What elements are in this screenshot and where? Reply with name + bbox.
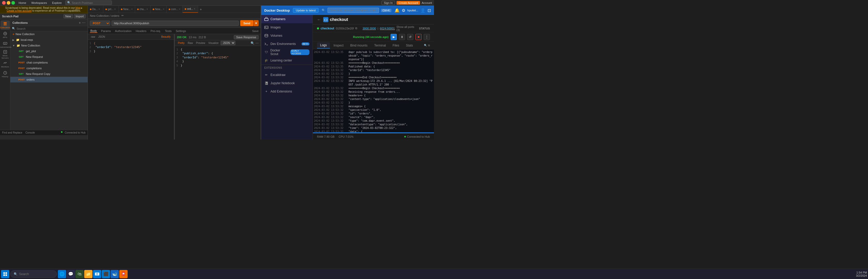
tree-item-orders[interactable]: POST orders — [10, 77, 88, 83]
edit-breadcrumb-icon[interactable]: ✏ — [121, 14, 124, 17]
workspaces-nav[interactable]: Workspaces — [30, 1, 48, 4]
tab-close[interactable]: × — [163, 8, 164, 10]
tab-close[interactable]: × — [98, 8, 100, 10]
tab-cha[interactable]: cha... × — [135, 6, 151, 13]
tree-item-chat-completions[interactable]: POST chat completions — [10, 60, 88, 65]
tree-folder-local-reqs[interactable]: ▶ 📁 local-reqs — [10, 37, 88, 43]
method-select[interactable]: POST GET PUT DELETE — [90, 21, 110, 26]
maximize-button[interactable] — [11, 1, 15, 5]
tab-close[interactable]: × — [131, 8, 133, 10]
new-button[interactable]: New — [64, 14, 73, 18]
params-tab[interactable]: Params — [100, 29, 111, 33]
docker-nav-jupyter[interactable]: 📓 Jupyter Notebook — [261, 79, 313, 87]
docker-nav-docker-scout[interactable]: 🛡 Docker Scout EARLY ACCESS — [261, 48, 313, 56]
new-collection-button[interactable]: + New Collection — [10, 31, 88, 37]
tab-terminal[interactable]: Terminal — [371, 43, 389, 48]
sidebar-item-environments[interactable]: Environments — [1, 40, 10, 49]
more-button[interactable]: ⋮ — [424, 34, 430, 40]
tab-close[interactable]: × — [194, 7, 195, 10]
sidebar-item-apis[interactable]: APIs — [1, 30, 10, 39]
search-bar[interactable]: 🔍 — [65, 1, 112, 5]
container-name[interactable]: checkout — [320, 27, 334, 30]
tab-stats[interactable]: Stats — [403, 43, 416, 48]
pause-button[interactable]: ⏸ — [399, 34, 405, 40]
sign-in-button[interactable]: Sign In — [381, 1, 395, 5]
tab-bind-mounts[interactable]: Bind mounts — [347, 43, 371, 48]
tab-close[interactable]: × — [179, 8, 181, 10]
tree-item-get_plot[interactable]: GET get_plot — [10, 48, 88, 54]
save-response-button[interactable]: Save Response — [234, 35, 258, 39]
tree-folder-new-collection[interactable]: ▼ 📁 New Collection — [10, 43, 88, 48]
warning-create-link[interactable]: Create a free account — [7, 9, 32, 12]
notification-button[interactable]: 🔔 — [395, 8, 400, 13]
pretty-tab[interactable]: Pretty — [177, 41, 186, 45]
port-link-2[interactable]: 6024:50001 — [380, 27, 395, 30]
pre-req-tab[interactable]: Pre-req. — [150, 29, 161, 33]
sidebar-item-history[interactable]: History — [1, 69, 10, 79]
console-label[interactable]: Console — [25, 131, 35, 134]
search-response-icon[interactable]: 🔍 — [251, 41, 254, 45]
tab-New[interactable]: New... × — [119, 6, 135, 13]
visualize-tab[interactable]: Visualize — [207, 41, 220, 45]
minimize-button[interactable] — [7, 1, 10, 5]
port-link-1[interactable]: 3000:3000 — [363, 27, 376, 30]
docker-nav-dev-environments[interactable]: Dev Environments BETA — [261, 40, 313, 48]
sidebar-item-monitors[interactable]: Monitors — [1, 60, 10, 69]
docker-search-input[interactable] — [328, 8, 379, 13]
find-replace-label[interactable]: Find and Replace — [2, 131, 22, 134]
tab-logs[interactable]: Logs — [317, 42, 330, 49]
raw-tab[interactable]: Raw — [187, 41, 194, 45]
tab-close[interactable]: × — [147, 8, 148, 10]
send-button[interactable]: Send — [240, 20, 253, 26]
headers-tab[interactable]: Headers — [135, 29, 147, 33]
response-format-select[interactable]: JSON XML — [221, 41, 235, 45]
copy-icon[interactable]: ⧉ — [355, 27, 357, 30]
tab-com[interactable]: com... × — [167, 6, 183, 13]
create-account-button[interactable]: Create Account — [397, 1, 420, 5]
tests-tab[interactable]: Tests — [164, 29, 172, 33]
docker-nav-volumes[interactable]: Volumes — [261, 32, 313, 40]
docker-nav-learning-center[interactable]: 🎓 Learning center — [261, 56, 313, 65]
send-dropdown[interactable]: ▾ — [254, 20, 258, 26]
user-avatar[interactable]: 👤 — [420, 8, 426, 13]
docker-nav-add-extensions[interactable]: + Add Extensions — [261, 87, 313, 96]
docker-nav-excalidraw[interactable]: ✏ Excalidraw — [261, 71, 313, 79]
back-button[interactable]: ← — [317, 17, 321, 22]
import-button[interactable]: Import — [74, 14, 86, 18]
preview-tab[interactable]: Preview — [195, 41, 207, 45]
restart-button[interactable]: ↺ — [407, 34, 413, 40]
view-raw-button[interactable]: raw — [90, 35, 96, 38]
search-input[interactable] — [72, 1, 103, 4]
sidebar-item-collections[interactable]: Collections — [1, 21, 10, 30]
new-tab-button[interactable]: + — [198, 7, 203, 11]
search-logs-icon[interactable]: 🔍 — [424, 44, 427, 47]
url-input[interactable] — [112, 21, 239, 26]
tab-close[interactable]: × — [114, 8, 116, 10]
start-button[interactable]: ▶ — [391, 34, 397, 40]
tab-get[interactable]: get... × — [103, 6, 119, 13]
settings-button[interactable]: ⚙ — [402, 8, 405, 13]
authorization-tab[interactable]: Authorization — [115, 29, 132, 33]
close-button[interactable] — [2, 1, 6, 5]
home-nav[interactable]: Home — [17, 1, 28, 4]
docker-update-button[interactable]: Update to latest — [293, 8, 318, 13]
tree-item-new-request[interactable]: GET New Request — [10, 54, 88, 60]
docker-nav-containers[interactable]: Containers — [261, 15, 313, 23]
view-json-button[interactable]: JSON — [97, 35, 106, 38]
request-body-editor[interactable]: 1{ 2 "orderId": "testorder12345" 3} — [88, 40, 174, 140]
explore-nav[interactable]: Explore — [51, 1, 63, 4]
copy-logs-icon[interactable]: ⧉ — [428, 44, 430, 47]
save-button[interactable]: Save — [252, 29, 258, 33]
body-tab[interactable]: Body — [90, 29, 97, 33]
tab-inspect[interactable]: Inspect — [331, 43, 347, 48]
collections-search-input[interactable] — [17, 27, 86, 30]
tab-files[interactable]: Files — [390, 43, 402, 48]
more-options-icon[interactable]: ⋯ — [255, 41, 258, 45]
sidebar-item-mock-servers[interactable]: Mock Servers — [1, 50, 10, 59]
tab-Da[interactable]: Da... × — [88, 6, 103, 13]
restore-button[interactable]: ⊡ — [428, 8, 431, 13]
more-options-button[interactable]: ⋯ — [82, 21, 86, 25]
tab-New2[interactable]: New... × — [151, 6, 167, 13]
docker-nav-images[interactable]: Images — [261, 23, 313, 32]
settings-tab[interactable]: Settings — [175, 29, 187, 33]
